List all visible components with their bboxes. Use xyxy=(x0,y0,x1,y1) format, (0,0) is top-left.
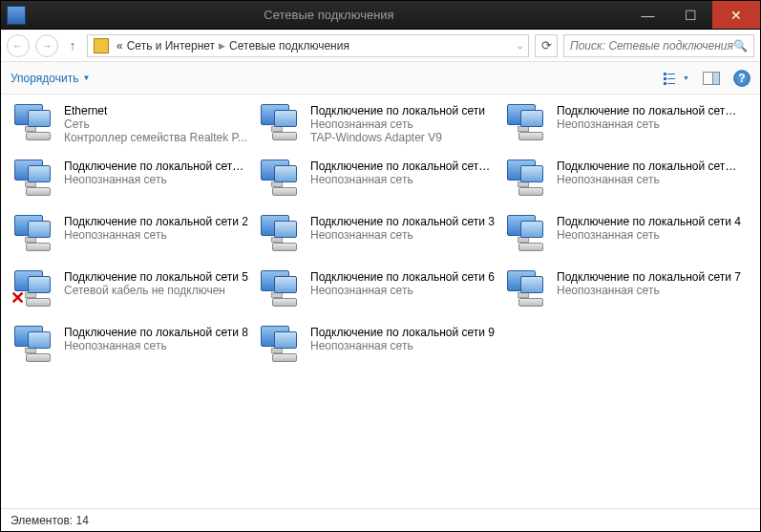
breadcrumb-prefix: « xyxy=(116,39,123,53)
connection-item[interactable]: Подключение по локальной сети 9Неопознан… xyxy=(253,324,499,377)
close-button[interactable]: ✕ xyxy=(712,1,760,29)
connection-status: Неопознанная сеть xyxy=(557,117,742,131)
connection-labels: Подключение по локальной сети 10Неопозна… xyxy=(557,104,742,131)
refresh-button[interactable]: ⟳ xyxy=(535,34,558,57)
breadcrumb-segment[interactable]: Сеть и Интернет xyxy=(127,39,215,53)
connection-icon xyxy=(503,270,549,307)
connection-name: Подключение по локальной сети 5 xyxy=(64,270,249,284)
connection-labels: Подключение по локальной сетиНеопознанна… xyxy=(310,104,496,144)
connection-status: Неопознанная сеть xyxy=(557,228,742,242)
connection-status: Неопознанная сеть xyxy=(64,339,249,352)
chevron-right-icon: ▶ xyxy=(219,41,225,51)
view-options-button[interactable]: ▼ xyxy=(664,72,689,85)
connection-item[interactable]: Подключение по локальной сети 8Неопознан… xyxy=(7,324,253,377)
connection-name: Подключение по локальной сети 13 xyxy=(557,160,742,173)
preview-pane-button[interactable] xyxy=(703,72,720,85)
search-input[interactable] xyxy=(570,39,733,53)
toolbar-right: ▼ ? xyxy=(664,70,750,87)
minimize-button[interactable]: ― xyxy=(626,1,669,29)
connection-icon xyxy=(257,326,303,362)
connection-icon: ✕ xyxy=(11,270,56,307)
breadcrumb[interactable]: « Сеть и Интернет ▶ Сетевые подключения … xyxy=(87,34,529,57)
connection-labels: Подключение по локальной сети 6Неопознан… xyxy=(310,270,496,297)
connection-icon xyxy=(257,270,303,307)
connection-name: Подключение по локальной сети 3 xyxy=(310,215,496,228)
connection-labels: Подключение по локальной сети 13Неопозна… xyxy=(557,160,742,186)
connection-name: Подключение по локальной сети xyxy=(310,104,496,117)
connection-name: Подключение по локальной сети 8 xyxy=(64,326,249,339)
connection-labels: Подключение по локальной сети 9Неопознан… xyxy=(310,326,496,352)
item-count: Элементов: 14 xyxy=(11,514,89,527)
window: Сетевые подключения ― ☐ ✕ ← → ↑ « Сеть и… xyxy=(0,0,761,532)
breadcrumb-dropdown-icon[interactable]: ⌵ xyxy=(518,41,522,51)
connection-status: Неопознанная сеть xyxy=(557,284,742,297)
connection-status: Неопознанная сеть xyxy=(310,117,496,131)
search-box[interactable]: 🔍 xyxy=(563,34,754,57)
connection-item[interactable]: Подключение по локальной сети 13Неопозна… xyxy=(499,158,746,211)
connection-icon xyxy=(11,160,56,196)
folder-icon xyxy=(94,38,109,53)
connection-name: Ethernet xyxy=(64,104,249,117)
connection-name: Подключение по локальной сети 2 xyxy=(64,215,249,228)
svg-rect-4 xyxy=(664,82,666,85)
svg-rect-0 xyxy=(664,73,666,75)
connection-name: Подключение по локальной сети 10 xyxy=(557,104,742,117)
connection-labels: Подключение по локальной сети 5Сетевой к… xyxy=(64,270,249,297)
connection-labels: EthernetСетьКонтроллер семейства Realtek… xyxy=(64,104,249,144)
connection-labels: Подключение по локальной сети 3Неопознан… xyxy=(310,215,496,242)
back-button[interactable]: ← xyxy=(7,34,30,57)
connection-item[interactable]: Подключение по локальной сети 11Неопозна… xyxy=(7,158,253,211)
connection-icon xyxy=(11,104,56,140)
connection-icon xyxy=(257,160,303,196)
connection-item[interactable]: Подключение по локальной сети 10Неопозна… xyxy=(499,102,746,156)
connection-name: Подключение по локальной сети 11 xyxy=(64,160,249,173)
connection-name: Подключение по локальной сети 7 xyxy=(557,270,742,284)
svg-rect-2 xyxy=(664,77,666,80)
view-tiles-icon xyxy=(664,72,681,85)
connection-item[interactable]: Подключение по локальной сети 7Неопознан… xyxy=(499,268,746,322)
connection-item[interactable]: Подключение по локальной сети 3Неопознан… xyxy=(253,213,499,266)
connection-item[interactable]: Подключение по локальной сетиНеопознанна… xyxy=(253,102,499,156)
connection-labels: Подключение по локальной сети 7Неопознан… xyxy=(557,270,742,297)
window-buttons: ― ☐ ✕ xyxy=(626,1,760,29)
connection-device: TAP-Windows Adapter V9 xyxy=(310,131,496,144)
connection-item[interactable]: Подключение по локальной сети 2Неопознан… xyxy=(7,213,253,266)
connection-item[interactable]: Подключение по локальной сети 6Неопознан… xyxy=(253,268,499,322)
connection-device: Контроллер семейства Realtek P... xyxy=(64,131,249,144)
titlebar: Сетевые подключения ― ☐ ✕ xyxy=(1,1,760,30)
connection-status: Неопознанная сеть xyxy=(64,173,249,186)
organize-label: Упорядочить xyxy=(11,72,78,85)
connection-icon xyxy=(257,215,303,251)
connection-icon xyxy=(11,215,56,251)
svg-rect-3 xyxy=(667,78,675,79)
svg-rect-1 xyxy=(667,74,675,74)
breadcrumb-segment[interactable]: Сетевые подключения xyxy=(229,39,349,53)
toolbar: Упорядочить ▼ ▼ ? xyxy=(1,62,760,95)
search-icon[interactable]: 🔍 xyxy=(733,39,748,53)
help-button[interactable]: ? xyxy=(733,70,750,87)
items-grid: EthernetСетьКонтроллер семейства Realtek… xyxy=(7,102,754,377)
connection-item[interactable]: Подключение по локальной сети 12Неопозна… xyxy=(253,158,499,211)
connection-labels: Подключение по локальной сети 11Неопозна… xyxy=(64,160,249,186)
svg-rect-5 xyxy=(667,83,675,84)
connection-item[interactable]: EthernetСетьКонтроллер семейства Realtek… xyxy=(7,102,253,156)
chevron-down-icon: ▼ xyxy=(82,74,90,82)
connection-status: Сетевой кабель не подключен xyxy=(64,284,249,297)
connection-labels: Подключение по локальной сети 2Неопознан… xyxy=(64,215,249,242)
forward-button[interactable]: → xyxy=(35,34,58,57)
connection-icon xyxy=(257,104,303,140)
connection-status: Неопознанная сеть xyxy=(310,284,496,297)
organize-button[interactable]: Упорядочить ▼ xyxy=(11,72,90,85)
connection-name: Подключение по локальной сети 12 xyxy=(310,160,496,173)
up-button[interactable]: ↑ xyxy=(64,38,81,53)
app-icon xyxy=(7,6,26,25)
connection-status: Неопознанная сеть xyxy=(557,173,742,186)
content-area: EthernetСетьКонтроллер семейства Realtek… xyxy=(1,95,760,508)
connection-item[interactable]: Подключение по локальной сети 4Неопознан… xyxy=(499,213,746,266)
connection-icon xyxy=(503,160,549,196)
connection-item[interactable]: ✕Подключение по локальной сети 5Сетевой … xyxy=(7,268,253,322)
connection-status: Неопознанная сеть xyxy=(310,339,496,352)
maximize-button[interactable]: ☐ xyxy=(669,1,712,29)
connection-status: Неопознанная сеть xyxy=(310,173,496,186)
connection-labels: Подключение по локальной сети 12Неопозна… xyxy=(310,160,496,186)
